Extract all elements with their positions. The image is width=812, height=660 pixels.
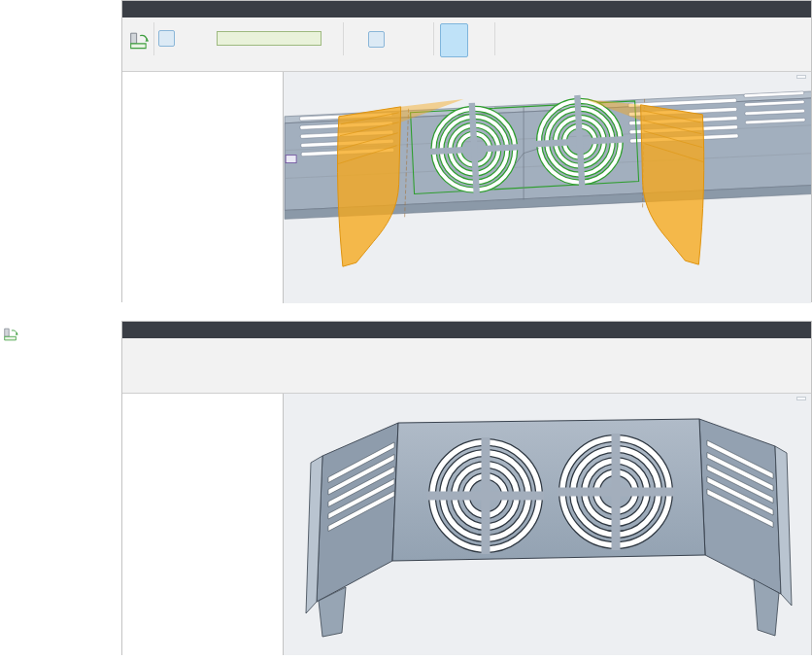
- graphics-area[interactable]: [284, 394, 811, 655]
- bend-back-feature-icon: [127, 32, 151, 54]
- ribbon-tabbar: [122, 1, 811, 17]
- caption-title-row: [2, 328, 119, 342]
- settings-group: [158, 30, 341, 47]
- graphics-toolbar: [796, 397, 806, 400]
- ok-button[interactable]: [440, 23, 468, 57]
- surface-collector-icon: [197, 30, 214, 47]
- flat-model-view[interactable]: [284, 72, 811, 303]
- model-tree-panel: [122, 72, 284, 303]
- separator: [494, 22, 495, 55]
- screenshot-bend-back-dashboard: [121, 0, 812, 302]
- flip-disabled-icon: [324, 30, 341, 47]
- workspace: [122, 394, 811, 655]
- select-geometry-button[interactable]: [158, 30, 175, 47]
- graphics-toolbar: [796, 75, 806, 79]
- bent-model-view[interactable]: [284, 394, 811, 655]
- bend-geometry-collector[interactable]: [217, 31, 321, 46]
- screenshot-model-ribbon: [121, 321, 812, 655]
- workspace: [122, 72, 811, 303]
- model-tree-panel: [122, 394, 284, 655]
- ribbon-tabbar: [122, 322, 811, 338]
- select-arrow-button[interactable]: [178, 30, 194, 47]
- separator: [433, 22, 434, 55]
- model-ribbon: [122, 338, 811, 394]
- verify-preview-icon[interactable]: [368, 31, 385, 48]
- bend-back-icon: [2, 328, 19, 342]
- confirm-controls: [440, 23, 477, 57]
- dashboard-controls: [356, 31, 396, 48]
- bend-back-dashboard: [122, 17, 811, 72]
- separator: [153, 22, 154, 55]
- caption-block: [2, 328, 119, 350]
- section-marker: [286, 156, 296, 163]
- graphics-area[interactable]: [284, 72, 811, 303]
- separator: [343, 22, 344, 55]
